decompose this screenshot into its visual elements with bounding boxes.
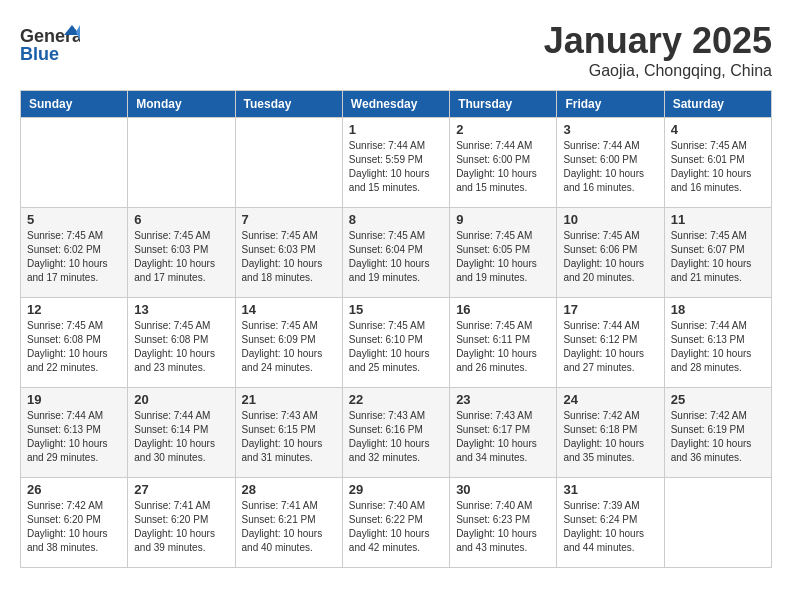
day-info: Sunrise: 7:43 AM Sunset: 6:16 PM Dayligh… — [349, 409, 443, 465]
day-number: 11 — [671, 212, 765, 227]
calendar-cell: 14Sunrise: 7:45 AM Sunset: 6:09 PM Dayli… — [235, 298, 342, 388]
day-info: Sunrise: 7:42 AM Sunset: 6:20 PM Dayligh… — [27, 499, 121, 555]
day-number: 8 — [349, 212, 443, 227]
day-info: Sunrise: 7:45 AM Sunset: 6:05 PM Dayligh… — [456, 229, 550, 285]
calendar-cell: 18Sunrise: 7:44 AM Sunset: 6:13 PM Dayli… — [664, 298, 771, 388]
calendar-subtitle: Gaojia, Chongqing, China — [544, 62, 772, 80]
calendar-cell: 7Sunrise: 7:45 AM Sunset: 6:03 PM Daylig… — [235, 208, 342, 298]
weekday-monday: Monday — [128, 91, 235, 118]
day-info: Sunrise: 7:45 AM Sunset: 6:04 PM Dayligh… — [349, 229, 443, 285]
calendar-cell: 15Sunrise: 7:45 AM Sunset: 6:10 PM Dayli… — [342, 298, 449, 388]
day-info: Sunrise: 7:45 AM Sunset: 6:07 PM Dayligh… — [671, 229, 765, 285]
day-number: 20 — [134, 392, 228, 407]
day-info: Sunrise: 7:42 AM Sunset: 6:19 PM Dayligh… — [671, 409, 765, 465]
day-number: 15 — [349, 302, 443, 317]
calendar-cell: 24Sunrise: 7:42 AM Sunset: 6:18 PM Dayli… — [557, 388, 664, 478]
weekday-friday: Friday — [557, 91, 664, 118]
calendar-cell: 19Sunrise: 7:44 AM Sunset: 6:13 PM Dayli… — [21, 388, 128, 478]
calendar-cell: 23Sunrise: 7:43 AM Sunset: 6:17 PM Dayli… — [450, 388, 557, 478]
day-info: Sunrise: 7:45 AM Sunset: 6:08 PM Dayligh… — [27, 319, 121, 375]
day-info: Sunrise: 7:44 AM Sunset: 6:13 PM Dayligh… — [671, 319, 765, 375]
calendar-cell: 21Sunrise: 7:43 AM Sunset: 6:15 PM Dayli… — [235, 388, 342, 478]
day-info: Sunrise: 7:40 AM Sunset: 6:22 PM Dayligh… — [349, 499, 443, 555]
day-info: Sunrise: 7:40 AM Sunset: 6:23 PM Dayligh… — [456, 499, 550, 555]
day-number: 19 — [27, 392, 121, 407]
logo: General Blue — [20, 20, 80, 70]
day-info: Sunrise: 7:45 AM Sunset: 6:08 PM Dayligh… — [134, 319, 228, 375]
day-number: 29 — [349, 482, 443, 497]
calendar-cell: 25Sunrise: 7:42 AM Sunset: 6:19 PM Dayli… — [664, 388, 771, 478]
day-info: Sunrise: 7:45 AM Sunset: 6:02 PM Dayligh… — [27, 229, 121, 285]
day-info: Sunrise: 7:44 AM Sunset: 5:59 PM Dayligh… — [349, 139, 443, 195]
day-info: Sunrise: 7:45 AM Sunset: 6:10 PM Dayligh… — [349, 319, 443, 375]
page-header: General Blue January 2025 Gaojia, Chongq… — [20, 20, 772, 80]
day-info: Sunrise: 7:45 AM Sunset: 6:01 PM Dayligh… — [671, 139, 765, 195]
weekday-tuesday: Tuesday — [235, 91, 342, 118]
day-number: 14 — [242, 302, 336, 317]
day-info: Sunrise: 7:43 AM Sunset: 6:15 PM Dayligh… — [242, 409, 336, 465]
calendar-cell — [128, 118, 235, 208]
calendar-cell: 29Sunrise: 7:40 AM Sunset: 6:22 PM Dayli… — [342, 478, 449, 568]
calendar-week-3: 12Sunrise: 7:45 AM Sunset: 6:08 PM Dayli… — [21, 298, 772, 388]
day-info: Sunrise: 7:44 AM Sunset: 6:14 PM Dayligh… — [134, 409, 228, 465]
calendar-week-2: 5Sunrise: 7:45 AM Sunset: 6:02 PM Daylig… — [21, 208, 772, 298]
calendar-cell: 30Sunrise: 7:40 AM Sunset: 6:23 PM Dayli… — [450, 478, 557, 568]
calendar-cell: 3Sunrise: 7:44 AM Sunset: 6:00 PM Daylig… — [557, 118, 664, 208]
calendar-cell: 2Sunrise: 7:44 AM Sunset: 6:00 PM Daylig… — [450, 118, 557, 208]
day-number: 10 — [563, 212, 657, 227]
day-number: 1 — [349, 122, 443, 137]
day-info: Sunrise: 7:42 AM Sunset: 6:18 PM Dayligh… — [563, 409, 657, 465]
day-info: Sunrise: 7:44 AM Sunset: 6:00 PM Dayligh… — [456, 139, 550, 195]
calendar-cell: 16Sunrise: 7:45 AM Sunset: 6:11 PM Dayli… — [450, 298, 557, 388]
day-number: 12 — [27, 302, 121, 317]
day-number: 30 — [456, 482, 550, 497]
calendar-cell: 17Sunrise: 7:44 AM Sunset: 6:12 PM Dayli… — [557, 298, 664, 388]
calendar-cell: 11Sunrise: 7:45 AM Sunset: 6:07 PM Dayli… — [664, 208, 771, 298]
calendar-cell: 26Sunrise: 7:42 AM Sunset: 6:20 PM Dayli… — [21, 478, 128, 568]
svg-text:Blue: Blue — [20, 44, 59, 64]
calendar-table: SundayMondayTuesdayWednesdayThursdayFrid… — [20, 90, 772, 568]
day-number: 22 — [349, 392, 443, 407]
day-number: 3 — [563, 122, 657, 137]
day-info: Sunrise: 7:44 AM Sunset: 6:12 PM Dayligh… — [563, 319, 657, 375]
calendar-cell: 6Sunrise: 7:45 AM Sunset: 6:03 PM Daylig… — [128, 208, 235, 298]
day-info: Sunrise: 7:41 AM Sunset: 6:21 PM Dayligh… — [242, 499, 336, 555]
day-info: Sunrise: 7:45 AM Sunset: 6:06 PM Dayligh… — [563, 229, 657, 285]
day-number: 4 — [671, 122, 765, 137]
weekday-saturday: Saturday — [664, 91, 771, 118]
day-number: 27 — [134, 482, 228, 497]
calendar-body: 1Sunrise: 7:44 AM Sunset: 5:59 PM Daylig… — [21, 118, 772, 568]
day-number: 16 — [456, 302, 550, 317]
day-info: Sunrise: 7:44 AM Sunset: 6:00 PM Dayligh… — [563, 139, 657, 195]
calendar-cell: 4Sunrise: 7:45 AM Sunset: 6:01 PM Daylig… — [664, 118, 771, 208]
day-number: 2 — [456, 122, 550, 137]
calendar-week-5: 26Sunrise: 7:42 AM Sunset: 6:20 PM Dayli… — [21, 478, 772, 568]
calendar-cell: 1Sunrise: 7:44 AM Sunset: 5:59 PM Daylig… — [342, 118, 449, 208]
day-number: 26 — [27, 482, 121, 497]
day-info: Sunrise: 7:44 AM Sunset: 6:13 PM Dayligh… — [27, 409, 121, 465]
calendar-cell — [21, 118, 128, 208]
calendar-cell — [235, 118, 342, 208]
day-number: 13 — [134, 302, 228, 317]
calendar-week-4: 19Sunrise: 7:44 AM Sunset: 6:13 PM Dayli… — [21, 388, 772, 478]
calendar-cell: 31Sunrise: 7:39 AM Sunset: 6:24 PM Dayli… — [557, 478, 664, 568]
day-info: Sunrise: 7:39 AM Sunset: 6:24 PM Dayligh… — [563, 499, 657, 555]
weekday-thursday: Thursday — [450, 91, 557, 118]
day-number: 9 — [456, 212, 550, 227]
calendar-cell: 5Sunrise: 7:45 AM Sunset: 6:02 PM Daylig… — [21, 208, 128, 298]
day-number: 18 — [671, 302, 765, 317]
title-block: January 2025 Gaojia, Chongqing, China — [544, 20, 772, 80]
day-number: 6 — [134, 212, 228, 227]
calendar-cell — [664, 478, 771, 568]
day-number: 31 — [563, 482, 657, 497]
day-info: Sunrise: 7:45 AM Sunset: 6:03 PM Dayligh… — [134, 229, 228, 285]
calendar-cell: 8Sunrise: 7:45 AM Sunset: 6:04 PM Daylig… — [342, 208, 449, 298]
day-info: Sunrise: 7:45 AM Sunset: 6:03 PM Dayligh… — [242, 229, 336, 285]
logo-icon: General Blue — [20, 20, 80, 70]
calendar-cell: 13Sunrise: 7:45 AM Sunset: 6:08 PM Dayli… — [128, 298, 235, 388]
day-number: 28 — [242, 482, 336, 497]
calendar-title: January 2025 — [544, 20, 772, 62]
day-info: Sunrise: 7:45 AM Sunset: 6:11 PM Dayligh… — [456, 319, 550, 375]
day-number: 25 — [671, 392, 765, 407]
day-number: 5 — [27, 212, 121, 227]
